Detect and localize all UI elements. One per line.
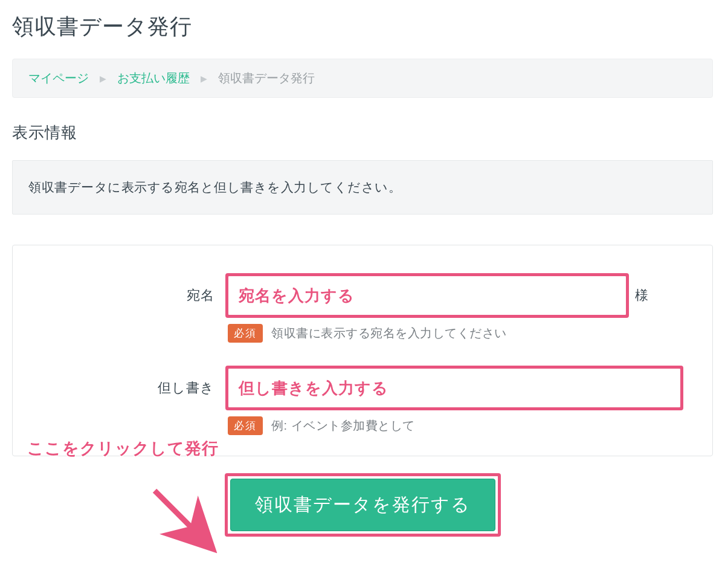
required-badge: 必須 — [228, 416, 263, 435]
name-input[interactable] — [228, 276, 627, 315]
chevron-right-icon: ▶ — [100, 74, 106, 83]
memo-label: 但し書き — [40, 379, 228, 397]
memo-help-text: 例: イベント参加費として — [271, 418, 415, 434]
annotation-highlight: 領収書データを発行する — [225, 473, 501, 537]
issue-receipt-button[interactable]: 領収書データを発行する — [230, 479, 495, 531]
breadcrumb-mypage-link[interactable]: マイページ — [28, 70, 89, 86]
form-card: 宛名 宛名を入力する 様 必須 領収書に表示する宛名を入力してください 但し書き… — [12, 245, 713, 456]
memo-input[interactable] — [228, 368, 681, 408]
breadcrumb: マイページ ▶ お支払い履歴 ▶ 領収書データ発行 — [12, 59, 713, 98]
info-box: 領収書データに表示する宛名と但し書きを入力してください。 — [12, 160, 713, 215]
callout-text: ここをクリックして発行 — [27, 438, 219, 459]
breadcrumb-current: 領収書データ発行 — [218, 70, 315, 86]
name-suffix: 様 — [635, 286, 648, 305]
name-label: 宛名 — [40, 286, 228, 305]
chevron-right-icon: ▶ — [201, 74, 207, 83]
section-title: 表示情報 — [12, 122, 713, 143]
breadcrumb-history-link[interactable]: お支払い履歴 — [117, 70, 190, 86]
required-badge: 必須 — [228, 324, 263, 343]
page-title: 領収書データ発行 — [12, 12, 713, 42]
name-help-text: 領収書に表示する宛名を入力してください — [271, 325, 507, 341]
